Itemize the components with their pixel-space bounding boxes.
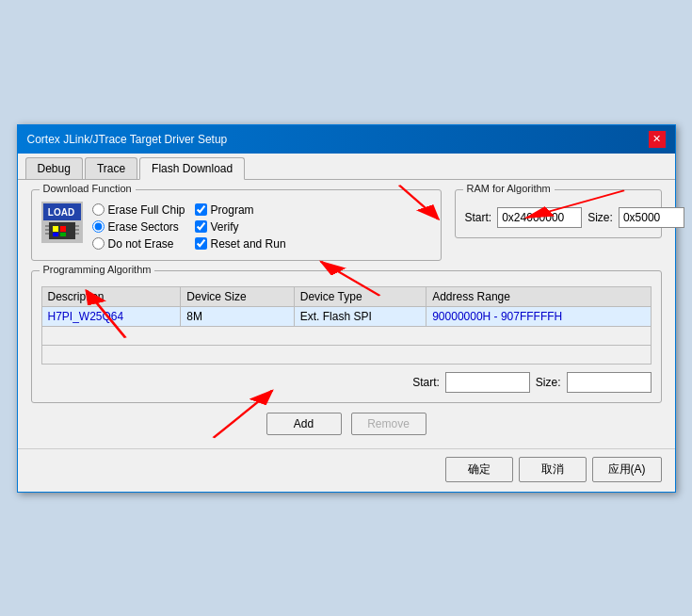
row-device-size: 8M (181, 306, 294, 326)
program-check-item[interactable]: Program (195, 203, 286, 217)
window-title: Cortex JLink/JTrace Target Driver Setup (27, 133, 228, 146)
program-checkbox[interactable] (195, 203, 207, 216)
tab-debug[interactable]: Debug (25, 157, 83, 179)
ram-algorithm-title: RAM for Algorithm (463, 183, 555, 194)
verify-checkbox[interactable] (195, 220, 207, 233)
erase-sectors-radio[interactable] (92, 220, 105, 233)
algo-size-label: Size: (536, 376, 561, 389)
algo-size-input[interactable] (567, 372, 652, 393)
svg-rect-12 (75, 229, 79, 231)
reset-run-checkbox[interactable] (195, 237, 207, 250)
download-function-group: Download Function LOAD (31, 189, 442, 261)
table-header-row: Description Device Size Device Type Addr… (41, 286, 651, 306)
reset-run-check-item[interactable]: Reset and Run (195, 237, 286, 251)
add-button[interactable]: Add (266, 413, 342, 435)
tabs-row: Debug Trace Flash Download (18, 154, 675, 180)
do-not-erase-label: Do not Erase (108, 237, 174, 251)
programming-algorithm-title: Programming Algorithm (40, 264, 155, 275)
svg-rect-13 (75, 233, 79, 235)
erase-sectors-label: Erase Sectors (108, 220, 179, 234)
svg-rect-4 (53, 226, 58, 232)
svg-rect-5 (60, 226, 66, 232)
reset-run-label: Reset and Run (211, 237, 286, 251)
algo-start-input[interactable] (445, 372, 530, 393)
ram-size-label: Size: (587, 211, 613, 224)
load-icon: LOAD (41, 202, 83, 243)
remove-button[interactable]: Remove (351, 413, 426, 435)
table-row[interactable]: H7PI_W25Q64 8M Ext. Flash SPI 90000000H … (41, 306, 651, 326)
row-description: H7PI_W25Q64 (41, 306, 181, 326)
col-device-size: Device Size (181, 286, 294, 306)
title-bar: Cortex JLink/JTrace Target Driver Setup … (18, 125, 675, 154)
col-description: Description (41, 286, 181, 306)
svg-rect-7 (60, 233, 66, 236)
ram-size-input[interactable] (619, 207, 684, 228)
main-window: Cortex JLink/JTrace Target Driver Setup … (17, 124, 676, 493)
algo-bottom-row: Start: Size: (41, 372, 652, 393)
erase-full-chip-label: Erase Full Chip (108, 203, 185, 217)
svg-rect-11 (75, 225, 79, 227)
verify-check-item[interactable]: Verify (195, 220, 286, 234)
close-button[interactable]: ✕ (649, 131, 666, 148)
apply-button[interactable]: 应用(A) (592, 457, 662, 482)
svg-rect-6 (53, 233, 58, 236)
svg-text:LOAD: LOAD (47, 207, 73, 218)
svg-rect-9 (45, 229, 49, 231)
action-checkboxes: Program Verify Reset and Run (195, 203, 286, 251)
empty-row-1 (41, 326, 651, 345)
erase-full-chip-option[interactable]: Erase Full Chip (92, 203, 185, 217)
do-not-erase-option[interactable]: Do not Erase (92, 237, 185, 251)
empty-row-2 (41, 345, 651, 364)
verify-label: Verify (211, 220, 239, 234)
svg-rect-10 (45, 233, 49, 235)
programming-algorithm-group: Programming Algorithm Description Device… (31, 270, 662, 403)
ram-start-label: Start: (465, 211, 492, 224)
erase-options: Erase Full Chip Erase Sectors Do not Era… (92, 203, 185, 251)
erase-full-chip-radio[interactable] (92, 203, 105, 216)
algorithm-table: Description Device Size Device Type Addr… (41, 286, 652, 365)
ram-start-input[interactable] (497, 207, 582, 228)
svg-rect-8 (45, 225, 49, 227)
col-address-range: Address Range (426, 286, 651, 306)
algo-start-label: Start: (412, 376, 440, 389)
col-device-type: Device Type (294, 286, 426, 306)
content-area: Download Function LOAD (18, 180, 675, 448)
tab-trace[interactable]: Trace (85, 157, 137, 179)
erase-sectors-option[interactable]: Erase Sectors (92, 220, 185, 234)
row-device-type: Ext. Flash SPI (294, 306, 426, 326)
tab-flash-download[interactable]: Flash Download (139, 157, 245, 180)
download-function-title: Download Function (40, 183, 136, 194)
program-label: Program (211, 203, 254, 217)
do-not-erase-radio[interactable] (92, 237, 105, 250)
confirm-button[interactable]: 确定 (445, 457, 513, 482)
cancel-button[interactable]: 取消 (519, 457, 587, 482)
ram-algorithm-group: RAM for Algorithm Start: Size: (455, 189, 662, 238)
footer-row: 确定 取消 应用(A) (18, 448, 675, 492)
algo-buttons-row: Add Remove (31, 413, 662, 435)
row-address-range: 90000000H - 907FFFFFH (426, 306, 651, 326)
